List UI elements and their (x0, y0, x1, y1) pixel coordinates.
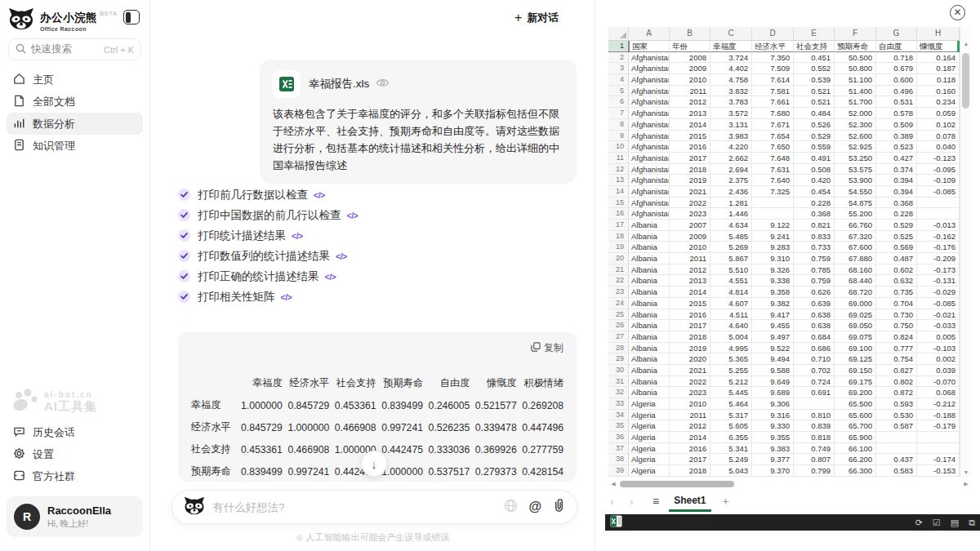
sheet-cell[interactable]: 9.241 (752, 231, 794, 242)
sheet-cell[interactable]: 51.700 (835, 96, 876, 108)
sheet-cell[interactable]: Afghanistan (629, 186, 670, 198)
sheet-cell[interactable]: 67.880 (835, 253, 876, 264)
sheet-cell[interactable]: 3.783 (710, 96, 752, 108)
sheet-cell[interactable]: 7.614 (752, 74, 794, 86)
sheet-cell[interactable]: 7.680 (752, 108, 794, 119)
sheet-cell[interactable]: 0.824 (876, 331, 917, 343)
copy-button[interactable]: 复制 (191, 341, 564, 355)
sheet-cell[interactable]: 65.900 (835, 432, 876, 443)
sheet-row-number[interactable]: 28 (608, 343, 629, 354)
sheet-cell[interactable]: 2019 (670, 343, 710, 354)
sheet-cell[interactable]: 5.510 (710, 264, 752, 276)
close-panel-icon[interactable]: ✕ (950, 5, 965, 20)
sheet-cell[interactable]: 69.150 (835, 365, 876, 376)
sheet-cell[interactable]: 0.724 (794, 376, 835, 388)
sheet-cell[interactable]: 66.200 (835, 454, 876, 465)
sheet-cell[interactable]: 0.702 (794, 365, 835, 376)
sheet-cell[interactable]: 0.420 (794, 175, 835, 186)
sheet-cell[interactable]: 52.000 (835, 108, 876, 119)
sheet-row-number[interactable]: 18 (608, 231, 629, 242)
sheet-cell[interactable]: 社会支持 (794, 41, 835, 52)
sheet-row-number[interactable]: 30 (608, 365, 629, 376)
sheet-cell[interactable]: 0.394 (876, 186, 917, 198)
sheet-cell[interactable]: 3.983 (710, 131, 752, 142)
search-input[interactable]: 快速搜索 Ctrl + K (8, 38, 141, 60)
sheet-cell[interactable]: 0.827 (876, 365, 917, 376)
sheet-cell[interactable]: -0.173 (917, 264, 960, 276)
sheet-cell[interactable]: 7.671 (752, 119, 794, 131)
paperclip-icon[interactable] (552, 499, 565, 516)
prev-sheet-icon[interactable]: ‹ (610, 495, 630, 508)
sheet-row-number[interactable]: 24 (608, 298, 629, 309)
sheet-cell[interactable]: Albania (629, 220, 670, 231)
sheet-cell[interactable]: 2017 (670, 320, 710, 331)
sheet-cell[interactable]: -0.188 (917, 410, 960, 421)
sheet-cell[interactable]: Algeria (629, 432, 670, 443)
sheet-cell[interactable]: 69.025 (835, 309, 876, 321)
sheet-cell[interactable]: 2007 (670, 220, 710, 231)
sheet-cell[interactable]: 4.511 (710, 309, 752, 321)
sheet-row-number[interactable]: 22 (608, 275, 629, 287)
sheet-cell[interactable]: 66.100 (835, 443, 876, 455)
sheet-row-number[interactable]: 26 (608, 320, 629, 331)
sheet-cell[interactable]: 2009 (670, 63, 710, 74)
sheet-cell[interactable]: 0.733 (794, 242, 835, 253)
sheet-cell[interactable]: 经济水平 (752, 41, 794, 52)
sheet-cell[interactable]: Afghanistan (629, 141, 670, 153)
sheet-cell[interactable]: 65.600 (835, 410, 876, 421)
sheet-cell[interactable]: 0.718 (876, 52, 917, 64)
sheet-cell[interactable]: 50.800 (835, 63, 876, 74)
sheet-cell[interactable]: 2010 (670, 398, 710, 410)
horizontal-scroll-thumb[interactable] (620, 481, 734, 487)
sheet-cell[interactable]: 7.640 (752, 175, 794, 186)
sheet-cell[interactable]: 0.578 (876, 108, 917, 119)
sheet-cell[interactable]: 1.281 (710, 198, 752, 209)
sheet-cell[interactable]: 2008 (670, 52, 710, 64)
sheet-cell[interactable]: -0.212 (917, 398, 960, 410)
scroll-down-arrow[interactable]: ▼ (960, 469, 972, 475)
sheet-cell[interactable]: 4.402 (710, 63, 752, 74)
sidebar-collapse-icon[interactable] (123, 10, 140, 24)
sheet-cell[interactable]: 5.255 (710, 365, 752, 376)
horizontal-scrollbar[interactable]: ◀ ▶ (608, 478, 971, 489)
sheet-cell[interactable]: 0.759 (794, 275, 835, 287)
sheet-cell[interactable]: 51.100 (835, 74, 876, 86)
sheet-cell[interactable]: 52.600 (835, 131, 876, 142)
code-view-icon[interactable]: </> (325, 272, 336, 282)
sheet-cell[interactable]: 2019 (670, 175, 710, 186)
sheet-cell[interactable]: -0.174 (917, 454, 960, 465)
sheet-cell[interactable]: 2012 (670, 264, 710, 276)
sheet-cell[interactable]: 2014 (670, 432, 710, 443)
sheet-row-number[interactable]: 20 (608, 253, 629, 264)
code-view-icon[interactable]: </> (336, 251, 347, 261)
vertical-scrollbar[interactable]: ▲ ▼ (960, 27, 971, 477)
sheet-row-number[interactable]: 13 (608, 175, 629, 186)
sheet-cell[interactable]: 2020 (670, 353, 710, 365)
sheet-cell[interactable]: 9.377 (752, 454, 794, 465)
sheet-cell[interactable]: 65.500 (835, 398, 876, 410)
message-input[interactable] (212, 501, 504, 513)
sheet-row-number[interactable]: 32 (608, 387, 629, 398)
sheet-cell[interactable]: -0.209 (917, 253, 960, 264)
sheet-row-number[interactable]: 6 (608, 96, 629, 108)
sheet-cell[interactable]: 2011 (670, 86, 710, 97)
sheet-cell[interactable]: Algeria (629, 465, 670, 477)
sheet-cell[interactable]: 9.383 (752, 443, 794, 455)
sheet-cell[interactable]: 69.050 (835, 320, 876, 331)
sheet-column-header[interactable]: C (710, 27, 752, 41)
sheet-cell[interactable]: 0.002 (917, 353, 960, 365)
sheet-cell[interactable]: 9.338 (752, 275, 794, 287)
sheet-cell[interactable]: 69.075 (835, 331, 876, 343)
sheet-cell[interactable]: 0.750 (876, 320, 917, 331)
sheet-cell[interactable]: 0.833 (794, 231, 835, 242)
sheet-cell[interactable]: 0.509 (876, 119, 917, 131)
sheet-cell[interactable]: 0.872 (876, 387, 917, 398)
sheet-cell[interactable]: Afghanistan (629, 96, 670, 108)
sheet-cell[interactable]: 5.341 (710, 443, 752, 455)
sheet-cell[interactable]: 0.039 (917, 365, 960, 376)
sheet-cell[interactable]: 69.200 (835, 387, 876, 398)
sheet-cell[interactable]: Albania (629, 309, 670, 321)
sheet-cell[interactable]: Afghanistan (629, 52, 670, 64)
sheet-cell[interactable]: 7.631 (752, 164, 794, 176)
sheet-menu-icon[interactable]: ≡ (653, 495, 659, 508)
